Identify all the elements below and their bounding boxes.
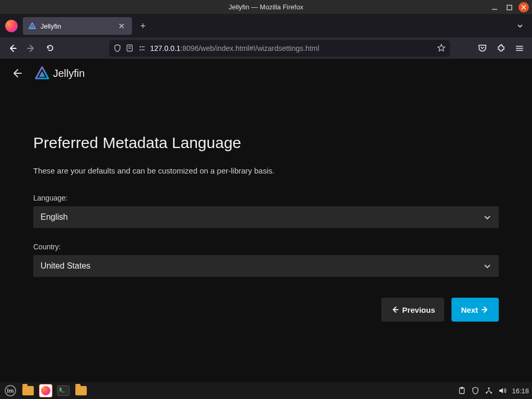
extensions-button[interactable] [493, 40, 509, 57]
clipboard-tray-icon[interactable] [458, 387, 466, 395]
nav-reload-button[interactable] [42, 40, 58, 57]
svg-rect-7 [142, 49, 145, 50]
terminal-icon: $_ [57, 385, 70, 396]
page-title: Preferred Metadata Language [33, 134, 499, 152]
jellyfin-back-button[interactable] [8, 65, 25, 82]
mint-menu-button[interactable]: lm [3, 383, 18, 398]
jellyfin-header: Jellyfin [0, 59, 532, 87]
svg-rect-0 [507, 5, 512, 10]
browser-tabstrip: Jellyfin + [0, 15, 532, 37]
language-select[interactable]: English [33, 206, 499, 228]
mint-logo-icon: lm [5, 385, 16, 396]
security-tray-icon[interactable] [471, 387, 480, 395]
language-select-value: English [41, 212, 68, 222]
taskbar-terminal-button[interactable]: $_ [56, 383, 71, 398]
browser-tab[interactable]: Jellyfin [23, 17, 132, 35]
network-tray-icon[interactable] [485, 387, 493, 395]
list-all-tabs-button[interactable] [512, 22, 528, 30]
taskbar-files-button[interactable] [21, 383, 35, 398]
folder-icon [22, 386, 34, 395]
jellyfin-brand-name: Jellyfin [53, 68, 85, 79]
page-subtitle: These are your defaults and can be custo… [33, 166, 499, 175]
url-bar[interactable]: 127.0.0.1:8096/web/index.html#!/wizardse… [109, 40, 450, 57]
jellyfin-logo: Jellyfin [34, 65, 85, 81]
wizard-content: Preferred Metadata Language These are yo… [0, 87, 532, 382]
url-text: 127.0.0.1:8096/web/index.html#!/wizardse… [150, 44, 433, 52]
folder-icon [75, 386, 87, 395]
browser-toolbar: 127.0.0.1:8096/web/index.html#!/wizardse… [0, 37, 532, 59]
country-select[interactable]: United States [33, 255, 499, 277]
window-maximize-button[interactable] [504, 2, 514, 12]
previous-button[interactable]: Previous [381, 298, 444, 322]
shield-icon[interactable] [113, 44, 122, 52]
firefox-home-icon [4, 19, 19, 33]
taskbar-firefox-button[interactable] [38, 383, 53, 398]
previous-button-label: Previous [402, 305, 435, 314]
country-select-value: United States [41, 261, 90, 271]
taskbar-clock[interactable]: 16:18 [512, 387, 529, 395]
arrow-right-icon [481, 305, 489, 314]
svg-point-6 [140, 49, 141, 50]
jellyfin-logo-icon [34, 65, 50, 81]
window-minimize-button[interactable] [489, 2, 500, 12]
svg-point-10 [488, 387, 490, 389]
jellyfin-favicon-icon [28, 22, 36, 30]
country-label: Country: [33, 243, 499, 251]
tab-close-button[interactable] [116, 22, 127, 30]
site-info-icon[interactable] [126, 44, 134, 52]
new-tab-button[interactable]: + [136, 21, 150, 32]
chevron-down-icon [483, 213, 491, 221]
next-button-label: Next [461, 305, 478, 314]
firefox-icon [39, 384, 52, 397]
arrow-left-icon [391, 305, 399, 314]
nav-forward-button[interactable] [23, 40, 39, 57]
svg-rect-5 [142, 46, 145, 47]
window-title: Jellyfin — Mozilla Firefox [229, 3, 303, 11]
window-close-button[interactable] [518, 2, 529, 12]
permissions-icon[interactable] [138, 44, 146, 52]
language-label: Language: [33, 194, 499, 202]
pocket-button[interactable] [474, 40, 490, 57]
window-titlebar: Jellyfin — Mozilla Firefox [0, 0, 532, 15]
chevron-down-icon [483, 262, 491, 270]
system-taskbar: lm $_ 16:18 [0, 382, 532, 399]
taskbar-filemanager-button[interactable] [74, 383, 88, 398]
volume-tray-icon[interactable] [498, 387, 507, 395]
app-menu-button[interactable] [511, 40, 528, 57]
nav-back-button[interactable] [4, 40, 21, 57]
tab-title: Jellyfin [41, 22, 112, 30]
svg-point-4 [140, 46, 141, 47]
bookmark-star-icon[interactable] [437, 44, 446, 52]
next-button[interactable]: Next [451, 298, 499, 322]
